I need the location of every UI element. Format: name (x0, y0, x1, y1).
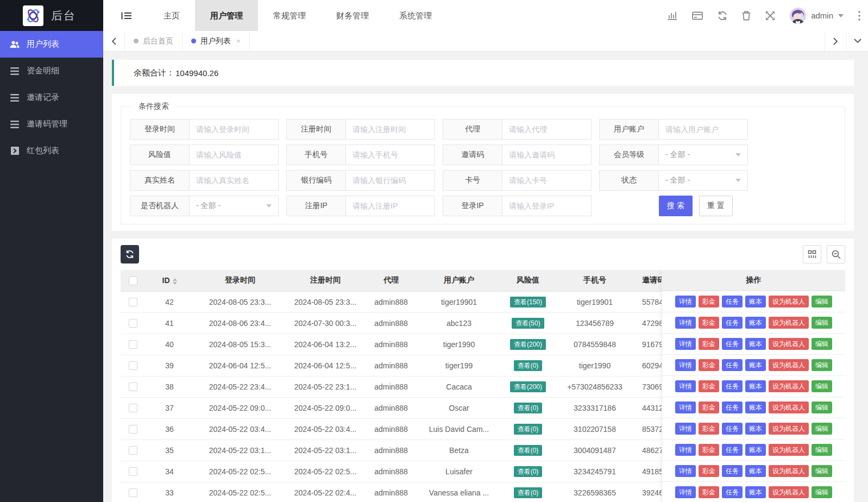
action-button-0[interactable]: 详情 (675, 444, 696, 456)
search-field-select[interactable]: - 全部 - (658, 170, 748, 191)
sidebar-item-1[interactable]: 资金明细 (0, 58, 103, 84)
action-button-3[interactable]: 账本 (745, 486, 766, 498)
topnav-item[interactable]: 系统管理 (384, 0, 447, 31)
search-field-input[interactable] (345, 170, 435, 191)
action-button-4[interactable]: 设为机器人 (769, 444, 809, 456)
refresh-table-button[interactable] (121, 245, 139, 263)
action-button-5[interactable]: 编辑 (812, 359, 832, 371)
risk-view-button[interactable]: 查看(200) (510, 381, 546, 392)
action-button-3[interactable]: 账本 (745, 401, 766, 413)
row-checkbox[interactable] (129, 340, 137, 349)
action-button-5[interactable]: 编辑 (812, 338, 832, 350)
action-button-4[interactable]: 设为机器人 (769, 486, 809, 498)
action-button-1[interactable]: 彩金 (699, 423, 719, 435)
action-button-1[interactable]: 彩金 (699, 444, 719, 456)
action-button-2[interactable]: 任务 (722, 317, 743, 329)
action-button-4[interactable]: 设为机器人 (769, 296, 809, 308)
row-checkbox[interactable] (129, 361, 137, 370)
search-field-input[interactable] (502, 170, 592, 191)
tabs-menu-icon[interactable] (846, 31, 868, 51)
sort-icon[interactable] (173, 278, 177, 285)
action-button-4[interactable]: 设为机器人 (769, 380, 809, 392)
sidebar-item-0[interactable]: 用户列表 (0, 31, 103, 58)
action-button-5[interactable]: 编辑 (812, 380, 832, 392)
action-button-4[interactable]: 设为机器人 (769, 423, 809, 435)
tab-close-icon[interactable]: × (236, 37, 241, 45)
row-checkbox[interactable] (129, 425, 137, 434)
action-button-3[interactable]: 账本 (745, 423, 766, 435)
risk-view-button[interactable]: 查看(0) (514, 445, 543, 456)
action-button-3[interactable]: 账本 (745, 465, 766, 477)
search-field-input[interactable] (189, 145, 279, 165)
row-checkbox[interactable] (129, 404, 137, 412)
action-button-4[interactable]: 设为机器人 (769, 338, 809, 350)
trash-icon[interactable] (742, 11, 751, 21)
tabs-scroll-right-icon[interactable] (825, 31, 846, 51)
action-button-1[interactable]: 彩金 (699, 380, 719, 392)
tab[interactable]: 后台首页 (125, 31, 183, 51)
action-button-3[interactable]: 账本 (745, 296, 766, 308)
tab[interactable]: 用户列表 × (183, 31, 250, 51)
action-button-5[interactable]: 编辑 (812, 465, 832, 477)
search-field-input[interactable] (345, 196, 435, 216)
risk-view-button[interactable]: 查看(0) (514, 424, 543, 435)
action-button-4[interactable]: 设为机器人 (769, 359, 809, 371)
refresh-icon[interactable] (718, 11, 727, 21)
sidebar-item-2[interactable]: 邀请记录 (0, 84, 103, 111)
card-icon[interactable] (692, 11, 703, 20)
search-field-input[interactable] (658, 119, 748, 140)
risk-view-button[interactable]: 查看(0) (514, 487, 543, 498)
risk-view-button[interactable]: 查看(200) (510, 339, 546, 350)
search-field-input[interactable] (502, 145, 592, 165)
action-button-5[interactable]: 编辑 (812, 423, 832, 435)
action-button-1[interactable]: 彩金 (699, 465, 719, 477)
action-button-5[interactable]: 编辑 (812, 486, 832, 498)
search-field-input[interactable] (345, 145, 435, 165)
action-button-0[interactable]: 详情 (675, 317, 696, 329)
search-field-input[interactable] (189, 119, 279, 140)
search-field-input[interactable] (502, 196, 592, 216)
action-button-2[interactable]: 任务 (722, 444, 743, 456)
risk-view-button[interactable]: 查看(0) (514, 360, 543, 371)
chart-icon[interactable] (667, 11, 677, 20)
tabs-scroll-left-icon[interactable] (103, 31, 125, 51)
search-field-input[interactable] (189, 170, 279, 191)
action-button-2[interactable]: 任务 (722, 486, 743, 498)
action-button-5[interactable]: 编辑 (812, 401, 832, 413)
risk-view-button[interactable]: 查看(150) (510, 297, 546, 308)
action-button-3[interactable]: 账本 (745, 338, 766, 350)
action-button-1[interactable]: 彩金 (699, 338, 719, 350)
action-button-3[interactable]: 账本 (745, 359, 766, 371)
action-button-1[interactable]: 彩金 (699, 401, 719, 413)
action-button-0[interactable]: 详情 (675, 423, 696, 435)
action-button-1[interactable]: 彩金 (699, 486, 719, 498)
action-button-0[interactable]: 详情 (675, 338, 696, 350)
action-button-5[interactable]: 编辑 (812, 444, 832, 456)
topnav-item[interactable]: 用户管理 (195, 0, 258, 31)
action-button-2[interactable]: 任务 (722, 401, 743, 413)
action-button-4[interactable]: 设为机器人 (769, 317, 809, 329)
collapse-menu-icon[interactable] (121, 11, 132, 20)
action-button-1[interactable]: 彩金 (699, 359, 719, 371)
action-button-2[interactable]: 任务 (722, 465, 743, 477)
user-menu[interactable]: admin (790, 8, 844, 24)
search-field-input[interactable] (502, 119, 592, 140)
row-checkbox[interactable] (129, 488, 137, 497)
action-button-3[interactable]: 账本 (745, 444, 766, 456)
search-field-select[interactable]: - 全部 - (189, 196, 279, 216)
risk-view-button[interactable]: 查看(50) (512, 318, 544, 329)
action-button-1[interactable]: 彩金 (699, 317, 719, 329)
action-button-2[interactable]: 任务 (722, 338, 743, 350)
row-checkbox[interactable] (129, 319, 137, 328)
action-button-4[interactable]: 设为机器人 (769, 465, 809, 477)
row-checkbox[interactable] (129, 382, 137, 391)
search-field-select[interactable]: - 全部 - (658, 145, 748, 165)
search-button[interactable]: 搜 索 (659, 196, 693, 216)
action-button-1[interactable]: 彩金 (699, 296, 719, 308)
action-button-0[interactable]: 详情 (675, 401, 696, 413)
col-id[interactable]: ID (146, 270, 193, 291)
action-button-0[interactable]: 详情 (675, 380, 696, 392)
action-button-2[interactable]: 任务 (722, 296, 743, 308)
columns-toggle-icon[interactable] (803, 245, 821, 263)
topnav-item[interactable]: 主页 (148, 0, 195, 31)
